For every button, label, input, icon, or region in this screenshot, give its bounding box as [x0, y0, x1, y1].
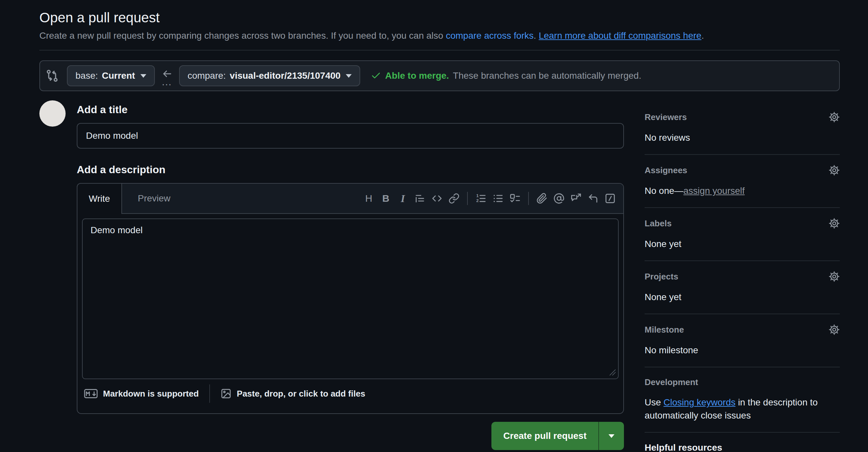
sidebar-section-reviewers: Reviewers No reviews	[645, 100, 840, 155]
page-title: Open a pull request	[39, 10, 840, 26]
italic-icon: I	[401, 193, 405, 204]
quote-icon	[414, 193, 426, 204]
markdown-icon	[84, 389, 98, 398]
dropdown-caret-icon	[346, 74, 352, 78]
sidebar-section-labels: Labels None yet	[645, 208, 840, 261]
labels-gear-button[interactable]	[829, 218, 840, 229]
slash-command-button[interactable]	[602, 191, 618, 206]
reply-button[interactable]	[585, 191, 601, 206]
sidebar-section-milestone: Milestone No milestone	[645, 314, 840, 367]
cross-reference-icon	[570, 193, 582, 204]
cross-reference-button[interactable]	[568, 191, 584, 206]
mention-button[interactable]	[551, 191, 567, 206]
bold-button[interactable]: B	[378, 191, 394, 206]
ordered-list-button[interactable]: 12	[473, 191, 489, 206]
milestone-value: No milestone	[645, 344, 840, 357]
svg-text:1: 1	[476, 193, 479, 198]
paste-drop-files[interactable]: Paste, drop, or click to add files	[220, 388, 366, 399]
projects-gear-button[interactable]	[829, 271, 840, 282]
milestone-label: Milestone	[645, 325, 684, 335]
tasklist-button[interactable]	[507, 191, 523, 206]
gear-icon	[829, 111, 840, 123]
closing-keywords-link[interactable]: Closing keywords	[663, 397, 736, 408]
merge-status: Able to merge. These branches can be aut…	[371, 70, 641, 81]
create-pull-request-split-button: Create pull request	[491, 422, 624, 450]
markdown-editor: Write Preview H B I	[77, 183, 624, 414]
italic-button[interactable]: I	[395, 191, 411, 206]
dropdown-caret-icon	[609, 434, 614, 438]
gear-icon	[829, 271, 840, 282]
unordered-list-button[interactable]	[490, 191, 506, 206]
ordered-list-icon: 12	[475, 193, 487, 204]
quote-button[interactable]	[412, 191, 428, 206]
development-label: Development	[645, 377, 698, 387]
base-branch-selector[interactable]: base:Current	[67, 65, 155, 86]
open-pull-request-page: Open a pull request Create a new pull re…	[0, 0, 868, 452]
link-button[interactable]	[446, 191, 462, 206]
dropdown-caret-icon	[141, 74, 146, 78]
markdown-supported[interactable]: Markdown is supported	[84, 389, 199, 399]
toolbar-separator	[467, 192, 468, 205]
git-compare-icon	[45, 69, 59, 83]
branch-compare-bar: base:Current … compare:visual-editor/213…	[39, 60, 840, 91]
milestone-gear-button[interactable]	[829, 324, 840, 335]
markdown-toolbar: H B I 12	[360, 191, 623, 206]
slash-command-icon	[604, 193, 616, 204]
gear-icon	[829, 218, 840, 229]
reviewers-gear-button[interactable]	[829, 111, 840, 123]
editor-header: Write Preview H B I	[78, 184, 623, 214]
reviewers-value: No reviews	[645, 131, 840, 144]
code-button[interactable]	[429, 191, 445, 206]
tab-write[interactable]: Write	[77, 183, 122, 214]
tab-preview[interactable]: Preview	[127, 193, 182, 204]
description-textarea[interactable]: Demo model	[82, 219, 619, 379]
compare-branch-selector[interactable]: compare:visual-editor/2135/107400	[179, 65, 360, 86]
sidebar-section-helpful-resources: Helpful resources GitHub Community Guide…	[645, 433, 840, 452]
user-avatar	[39, 100, 66, 127]
reply-icon	[588, 193, 599, 204]
reviewers-label: Reviewers	[645, 112, 687, 122]
title-label: Add a title	[77, 104, 624, 116]
bold-icon: B	[382, 194, 390, 203]
paperclip-icon	[536, 193, 548, 204]
page-subtitle: Create a new pull request by comparing c…	[39, 30, 840, 42]
labels-value: None yet	[645, 237, 840, 251]
compare-direction-indicator: …	[161, 68, 173, 83]
code-icon	[431, 193, 442, 204]
labels-label: Labels	[645, 219, 672, 229]
image-icon	[220, 388, 231, 399]
header-divider	[39, 50, 840, 51]
assign-yourself-link[interactable]: assign yourself	[683, 186, 745, 196]
create-pull-request-button[interactable]: Create pull request	[491, 422, 598, 450]
assignees-gear-button[interactable]	[829, 165, 840, 176]
svg-text:2: 2	[476, 198, 478, 203]
editor-body: Demo model Markdown is supported Paste, …	[78, 214, 623, 413]
unordered-list-icon	[492, 193, 503, 204]
projects-value: None yet	[645, 291, 840, 304]
development-value: Use Closing keywords in the description …	[645, 396, 840, 422]
check-icon	[371, 70, 381, 81]
diff-comparisons-link[interactable]: Learn more about diff comparisons here	[539, 31, 701, 41]
sidebar-section-assignees: Assignees No one—assign yourself	[645, 155, 840, 208]
toolbar-separator	[528, 192, 529, 205]
sidebar-section-projects: Projects None yet	[645, 261, 840, 314]
description-label: Add a description	[77, 164, 624, 176]
gear-icon	[829, 324, 840, 335]
link-icon	[448, 193, 460, 204]
mention-icon	[553, 193, 564, 204]
sidebar-section-development: Development Use Closing keywords in the …	[645, 367, 840, 433]
pull-request-form: Add a title Add a description Write Prev…	[77, 100, 624, 452]
assignees-value: No one—assign yourself	[645, 184, 840, 197]
title-input[interactable]	[77, 123, 624, 149]
heading-button[interactable]: H	[361, 191, 377, 206]
assignees-label: Assignees	[645, 165, 687, 175]
pr-sidebar: Reviewers No reviews Assignees No	[645, 100, 840, 452]
create-pull-request-options-button[interactable]	[598, 422, 624, 450]
tasklist-icon	[509, 193, 521, 204]
compare-across-forks-link[interactable]: compare across forks	[446, 31, 534, 41]
gear-icon	[829, 165, 840, 176]
footer-separator	[209, 384, 210, 403]
heading-icon: H	[365, 194, 372, 203]
helpful-resources-label: Helpful resources	[645, 443, 722, 452]
attach-file-button[interactable]	[534, 191, 550, 206]
